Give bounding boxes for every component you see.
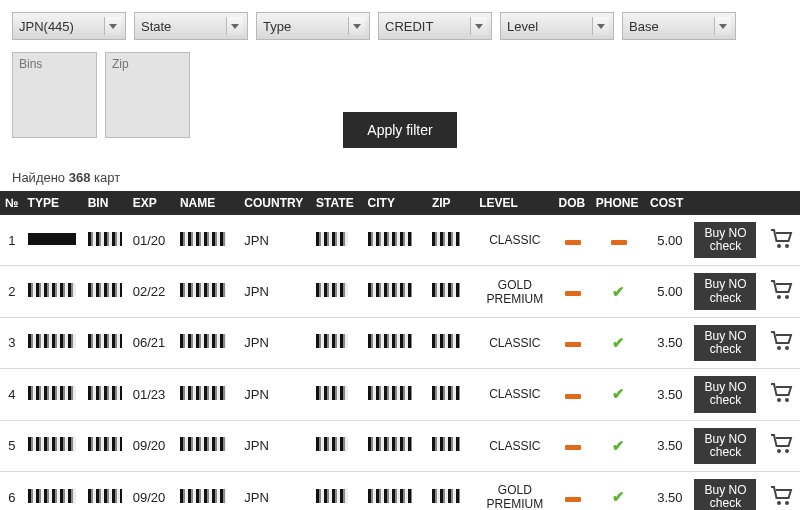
col-city[interactable]: CITY — [364, 191, 428, 215]
col-cost[interactable]: COST — [646, 191, 690, 215]
cell-city — [364, 317, 428, 368]
col-type[interactable]: TYPE — [24, 191, 84, 215]
cell-level: CLASSIC — [475, 215, 554, 266]
zip-input[interactable] — [105, 52, 190, 138]
svg-point-3 — [785, 295, 789, 299]
cell-zip — [428, 369, 475, 420]
col-zip[interactable]: ZIP — [428, 191, 475, 215]
buy-button[interactable]: Buy NO check — [694, 273, 756, 309]
cell-zip — [428, 420, 475, 471]
buy-button[interactable]: Buy NO check — [694, 325, 756, 361]
cell-level: CLASSIC — [475, 317, 554, 368]
results-table: № TYPE BIN EXP NAME COUNTRY STATE CITY Z… — [0, 191, 800, 510]
col-level[interactable]: LEVEL — [475, 191, 554, 215]
cell-type — [24, 369, 84, 420]
cell-num: 1 — [0, 215, 24, 266]
cart-icon[interactable] — [770, 434, 794, 454]
cell-cost: 3.50 — [646, 420, 690, 471]
svg-point-11 — [785, 501, 789, 505]
cell-name — [176, 369, 240, 420]
col-state[interactable]: STATE — [312, 191, 364, 215]
cell-cost: 5.00 — [646, 266, 690, 317]
buy-button[interactable]: Buy NO check — [694, 222, 756, 258]
filter-level[interactable]: Level — [500, 12, 614, 40]
col-name[interactable]: NAME — [176, 191, 240, 215]
cell-dob — [555, 369, 592, 420]
cell-type — [24, 215, 84, 266]
cart-icon[interactable] — [770, 383, 794, 403]
check-icon: ✔ — [612, 437, 625, 454]
cell-num: 3 — [0, 317, 24, 368]
cell-exp: 01/23 — [129, 369, 176, 420]
cell-bin — [84, 266, 129, 317]
filter-country-value: JPN(445) — [19, 19, 74, 34]
buy-button[interactable]: Buy NO check — [694, 479, 756, 510]
col-num[interactable]: № — [0, 191, 24, 215]
results-summary: Найдено 368 карт — [0, 166, 800, 191]
cell-exp: 06/21 — [129, 317, 176, 368]
cell-level: CLASSIC — [475, 420, 554, 471]
svg-point-1 — [785, 244, 789, 248]
cell-buy: Buy NO check — [690, 471, 765, 510]
cell-type — [24, 471, 84, 510]
filter-base[interactable]: Base — [622, 12, 736, 40]
summary-prefix: Найдено — [12, 170, 69, 185]
cell-buy: Buy NO check — [690, 266, 765, 317]
cell-phone: ✔ — [592, 420, 646, 471]
buy-button[interactable]: Buy NO check — [694, 376, 756, 412]
buy-button[interactable]: Buy NO check — [694, 428, 756, 464]
chevron-down-icon — [109, 24, 117, 29]
cell-phone — [592, 215, 646, 266]
cell-state — [312, 317, 364, 368]
cell-state — [312, 215, 364, 266]
cart-icon[interactable] — [770, 229, 794, 249]
cell-name — [176, 420, 240, 471]
summary-suffix: карт — [90, 170, 120, 185]
check-icon: ✔ — [612, 334, 625, 351]
cell-exp: 09/20 — [129, 420, 176, 471]
table-row: 306/21JPNCLASSIC✔3.50Buy NO check — [0, 317, 800, 368]
cell-cart — [766, 215, 800, 266]
bins-input[interactable] — [12, 52, 97, 138]
col-exp[interactable]: EXP — [129, 191, 176, 215]
apply-filter-button[interactable]: Apply filter — [343, 112, 456, 148]
cell-bin — [84, 420, 129, 471]
col-dob[interactable]: DOB — [555, 191, 592, 215]
cell-type — [24, 420, 84, 471]
cell-cart — [766, 369, 800, 420]
cell-zip — [428, 471, 475, 510]
cell-name — [176, 215, 240, 266]
cell-cart — [766, 317, 800, 368]
cell-type — [24, 317, 84, 368]
table-header-row: № TYPE BIN EXP NAME COUNTRY STATE CITY Z… — [0, 191, 800, 215]
cell-buy: Buy NO check — [690, 369, 765, 420]
svg-point-10 — [777, 501, 781, 505]
cart-icon[interactable] — [770, 331, 794, 351]
cell-level: GOLD PREMIUM — [475, 471, 554, 510]
cell-zip — [428, 215, 475, 266]
col-phone[interactable]: PHONE — [592, 191, 646, 215]
cell-state — [312, 266, 364, 317]
cell-state — [312, 420, 364, 471]
svg-point-5 — [785, 346, 789, 350]
filter-state-value: State — [141, 19, 171, 34]
cart-icon[interactable] — [770, 486, 794, 506]
filter-state[interactable]: State — [134, 12, 248, 40]
cell-cost: 3.50 — [646, 369, 690, 420]
filter-country[interactable]: JPN(445) — [12, 12, 126, 40]
cell-cart — [766, 471, 800, 510]
cell-city — [364, 215, 428, 266]
cell-cart — [766, 420, 800, 471]
filter-type-value: Type — [263, 19, 291, 34]
summary-count: 368 — [69, 170, 91, 185]
cart-icon[interactable] — [770, 280, 794, 300]
dash-icon — [565, 497, 581, 502]
col-bin[interactable]: BIN — [84, 191, 129, 215]
col-country[interactable]: COUNTRY — [240, 191, 312, 215]
filter-type[interactable]: Type — [256, 12, 370, 40]
cell-cost: 3.50 — [646, 317, 690, 368]
cell-cart — [766, 266, 800, 317]
filter-cardtype[interactable]: CREDIT — [378, 12, 492, 40]
col-cart — [766, 191, 800, 215]
table-row: 202/22JPNGOLD PREMIUM✔5.00Buy NO check — [0, 266, 800, 317]
